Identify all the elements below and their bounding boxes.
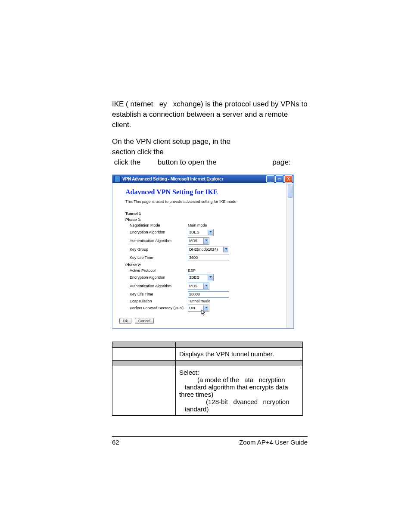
ie-icon: [114, 176, 121, 182]
guide-title: Zoom AP+4 User Guide: [239, 439, 308, 446]
encryption-desc: Select: (a mode of the ata ncryption tan…: [176, 366, 303, 415]
settings-table: Displays the VPN tunnel number. Select: …: [112, 342, 303, 416]
auth1-select[interactable]: MD5: [188, 237, 209, 245]
active-protocol-label: Active Protocol: [125, 268, 188, 273]
keygroup-label: Key Group: [125, 247, 188, 252]
window-title: VPN Advanced Setting - Microsoft Interne…: [122, 177, 265, 181]
page-number: 62: [112, 439, 119, 446]
close-button[interactable]: X: [284, 175, 293, 183]
scrollbar[interactable]: [286, 183, 293, 328]
phase2-label: Phase 2:: [125, 263, 280, 267]
negotiation-mode-label: Negotiation Mode: [125, 223, 188, 227]
pfs-label: Perfect Forward Secrecy (PFS): [125, 306, 188, 310]
cancel-button[interactable]: Cancel: [135, 318, 154, 324]
auth2-label: Authentication Algorithm: [125, 284, 188, 288]
keylife1-input[interactable]: 3600: [188, 255, 229, 261]
tunnel-desc: Displays the VPN tunnel number.: [176, 347, 303, 360]
encapsulation-label: Ecapsulation: [125, 299, 188, 303]
negotiation-mode-value: Main mode: [188, 223, 207, 227]
phase1-label: Phase 1:: [125, 218, 280, 222]
encryption2-select[interactable]: 3DES: [188, 274, 214, 281]
auth2-select[interactable]: MD5: [188, 283, 209, 290]
ie-window: VPN Advanced Setting - Microsoft Interne…: [112, 174, 294, 329]
intro-para-1: IKE ( nternet ey xchange) is the protoco…: [112, 99, 308, 130]
keygroup-select[interactable]: DH2(modp1024): [188, 246, 229, 253]
minimize-button[interactable]: _: [266, 175, 274, 183]
tunnel-label: Tunnel 1: [125, 212, 280, 216]
keylife1-label: Key Life Time: [125, 255, 188, 260]
ok-button[interactable]: Ok: [119, 318, 131, 324]
intro-para-2: On the VPN client setup page, in the sec…: [112, 137, 308, 167]
encryption2-label: Encryption Algorithm: [125, 275, 188, 280]
table-row: Select: (a mode of the ata ncryption tan…: [112, 366, 303, 415]
page-subtext: This This page is used to provide advanc…: [125, 199, 280, 204]
table-header-row: [112, 342, 303, 347]
keylife2-input[interactable]: 28800: [188, 291, 229, 298]
auth1-label: Authentication Algorithm: [125, 239, 188, 243]
encapsulation-value: Tunnel mode: [188, 299, 210, 303]
active-protocol-value: ESP: [188, 268, 196, 273]
page-heading: Adavnced VPN Setting for IKE: [125, 188, 280, 196]
titlebar: VPN Advanced Setting - Microsoft Interne…: [112, 175, 293, 183]
table-row: Displays the VPN tunnel number.: [112, 347, 303, 360]
encryption1-label: Encryption Algorithm: [125, 230, 188, 234]
encryption1-select[interactable]: 3DES: [188, 229, 214, 236]
page-footer: 62 Zoom AP+4 User Guide: [112, 436, 308, 446]
keylife2-label: Key Life Time: [125, 292, 188, 296]
maximize-button[interactable]: ▭: [275, 175, 283, 183]
table-header-row: [112, 360, 303, 366]
cursor-icon: [201, 310, 206, 316]
